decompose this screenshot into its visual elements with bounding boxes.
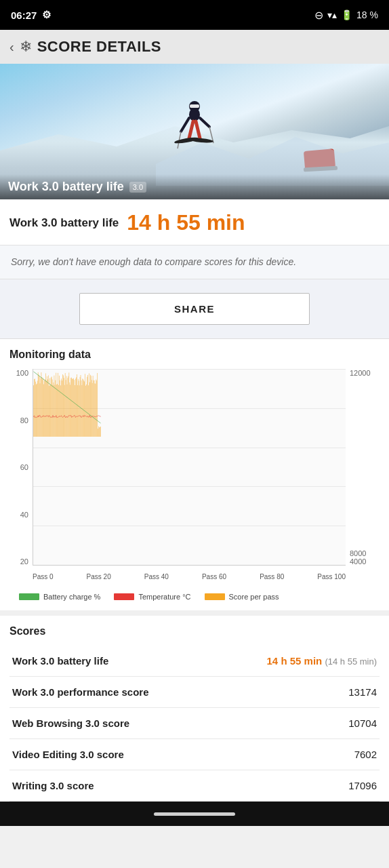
svg-rect-44 xyxy=(55,384,56,437)
svg-rect-23 xyxy=(41,372,42,437)
svg-rect-97 xyxy=(89,374,89,437)
legend-color-battery xyxy=(19,593,39,600)
svg-rect-54 xyxy=(61,378,62,437)
svg-rect-15 xyxy=(36,384,37,437)
svg-rect-36 xyxy=(49,378,50,437)
battery-percent: 18 % xyxy=(356,9,378,20)
svg-rect-77 xyxy=(76,377,77,437)
svg-rect-11 xyxy=(33,385,34,437)
x-label-60: Pass 60 xyxy=(202,573,226,580)
svg-rect-35 xyxy=(49,386,49,437)
svg-rect-100 xyxy=(91,376,91,437)
svg-rect-103 xyxy=(93,376,94,437)
chart-container: 100 80 60 40 20 12000 8000 4000 P xyxy=(9,369,380,586)
wifi-icon: ▾▴ xyxy=(327,9,337,20)
svg-line-7 xyxy=(189,121,193,138)
svg-rect-65 xyxy=(68,376,69,437)
svg-rect-74 xyxy=(74,380,75,437)
table-row: Writing 3.0 score17096 xyxy=(9,770,380,802)
skier-illustration xyxy=(174,101,215,162)
svg-rect-56 xyxy=(62,374,63,437)
svg-rect-107 xyxy=(96,384,96,437)
svg-rect-112 xyxy=(98,427,99,437)
svg-rect-27 xyxy=(43,384,44,437)
score-row-value: 7602 xyxy=(213,739,380,770)
svg-rect-89 xyxy=(83,380,84,437)
home-indicator[interactable] xyxy=(154,812,235,816)
svg-rect-26 xyxy=(43,378,43,437)
legend-label-score: Score per pass xyxy=(229,593,279,601)
y-label-20: 20 xyxy=(20,557,28,566)
x-label-20: Pass 20 xyxy=(87,573,111,580)
score-value: 14 h 55 min xyxy=(127,210,245,235)
battery-icon: 🔋 xyxy=(341,9,352,20)
svg-rect-101 xyxy=(91,380,92,437)
svg-rect-12 xyxy=(34,379,35,437)
hero-badge: 3.0 xyxy=(129,182,146,193)
score-label: Work 3.0 battery life xyxy=(9,216,119,230)
svg-rect-94 xyxy=(87,377,87,437)
svg-rect-91 xyxy=(85,374,85,437)
svg-rect-58 xyxy=(64,378,64,437)
svg-rect-62 xyxy=(66,376,67,437)
y-label-12000: 12000 xyxy=(350,369,371,377)
svg-rect-40 xyxy=(52,379,53,437)
page-title: SCORE DETAILS xyxy=(37,38,161,56)
hero-image-container: Work 3.0 battery life 3.0 xyxy=(0,64,389,199)
snowflake-icon: ❄ xyxy=(20,38,32,56)
settings-icon[interactable]: ⚙ xyxy=(42,9,51,21)
svg-rect-99 xyxy=(90,375,91,437)
svg-rect-82 xyxy=(79,385,80,437)
score-row-value: 13174 xyxy=(213,677,380,708)
scores-table: Work 3.0 battery life14 h 55 min (14 h 5… xyxy=(9,646,380,802)
svg-rect-114 xyxy=(100,427,100,437)
hero-overlay: Work 3.0 battery life 3.0 xyxy=(0,174,389,199)
svg-rect-80 xyxy=(78,379,79,437)
svg-rect-105 xyxy=(94,380,95,437)
svg-rect-30 xyxy=(45,374,46,437)
notice-section: Sorry, we don't have enough data to comp… xyxy=(0,245,389,279)
svg-rect-13 xyxy=(35,378,35,437)
svg-line-5 xyxy=(200,118,209,127)
svg-rect-110 xyxy=(97,373,98,437)
svg-rect-38 xyxy=(51,378,52,437)
svg-rect-75 xyxy=(75,385,75,437)
svg-rect-108 xyxy=(96,380,97,437)
svg-rect-63 xyxy=(67,384,68,437)
svg-rect-109 xyxy=(97,380,98,437)
svg-rect-90 xyxy=(84,382,85,437)
y-axis-right: 12000 8000 4000 xyxy=(347,369,380,566)
table-row: Work 3.0 performance score13174 xyxy=(9,677,380,708)
svg-rect-24 xyxy=(42,377,43,437)
scores-title: Scores xyxy=(9,625,380,637)
notice-text: Sorry, we don't have enough data to comp… xyxy=(11,255,378,269)
svg-rect-31 xyxy=(46,381,47,437)
svg-rect-113 xyxy=(99,427,100,437)
svg-rect-87 xyxy=(83,378,83,437)
svg-rect-79 xyxy=(77,385,78,437)
header-bar: ‹ ❄ SCORE DETAILS xyxy=(0,30,389,64)
svg-rect-67 xyxy=(70,382,70,437)
legend-battery: Battery charge % xyxy=(19,593,100,601)
back-button[interactable]: ‹ xyxy=(9,39,14,55)
svg-rect-16 xyxy=(37,384,37,437)
legend-temp: Temperature °C xyxy=(114,593,190,601)
chart-svg xyxy=(33,369,346,565)
svg-rect-60 xyxy=(65,373,66,437)
svg-rect-68 xyxy=(70,384,70,437)
svg-rect-104 xyxy=(94,380,94,437)
svg-line-3 xyxy=(181,118,189,132)
score-row-value: 17096 xyxy=(213,770,380,802)
svg-rect-25 xyxy=(43,379,43,437)
svg-rect-95 xyxy=(87,375,88,437)
svg-rect-43 xyxy=(54,376,55,437)
svg-rect-53 xyxy=(60,385,61,437)
svg-line-8 xyxy=(196,121,200,138)
svg-rect-66 xyxy=(69,372,70,437)
svg-rect-55 xyxy=(62,380,62,437)
score-row-label: Work 3.0 battery life xyxy=(9,646,213,677)
x-label-80: Pass 80 xyxy=(260,573,284,580)
svg-rect-93 xyxy=(86,384,87,437)
share-button[interactable]: SHARE xyxy=(79,293,310,325)
svg-rect-78 xyxy=(77,374,77,437)
